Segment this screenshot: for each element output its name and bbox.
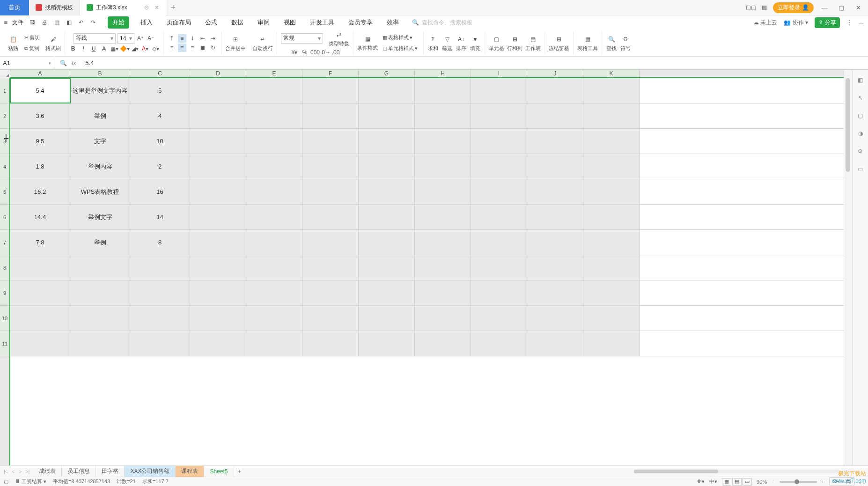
cell-F10[interactable] — [302, 306, 359, 331]
cell-D5[interactable] — [190, 179, 246, 204]
cell-K3[interactable] — [583, 129, 640, 154]
currency-icon[interactable]: ¥▾ — [290, 48, 299, 57]
cell-I3[interactable] — [471, 129, 527, 154]
cell-D4[interactable] — [190, 154, 246, 179]
qat-preview-icon[interactable]: ▤ — [52, 18, 61, 27]
cell-D3[interactable] — [190, 129, 246, 154]
view-page-icon[interactable]: ▤ — [732, 478, 742, 486]
column-header-C[interactable]: C — [130, 70, 190, 77]
menutab-start[interactable]: 开始 — [108, 16, 129, 29]
cell-I8[interactable] — [471, 255, 527, 280]
cell-I1[interactable] — [471, 78, 527, 103]
view-break-icon[interactable]: ▭ — [743, 478, 752, 486]
cell-H4[interactable] — [415, 154, 471, 179]
cell-C7[interactable]: 8 — [130, 230, 190, 255]
row-header-2[interactable]: 2 — [0, 103, 9, 129]
cell-C8[interactable] — [130, 255, 190, 280]
cell-C9[interactable] — [130, 280, 190, 305]
zoom-slider[interactable] — [780, 481, 817, 483]
cell-K6[interactable] — [583, 205, 640, 229]
cell-F7[interactable] — [302, 230, 359, 255]
cell-F11[interactable] — [302, 331, 359, 356]
column-header-J[interactable]: J — [527, 70, 583, 77]
sidepane-record-icon[interactable]: ▭ — [856, 164, 865, 174]
cell-C4[interactable]: 2 — [130, 154, 190, 179]
window-close[interactable]: ✕ — [852, 1, 864, 14]
decimal-dec-icon[interactable]: .00 — [331, 48, 340, 57]
cloud-status[interactable]: ☁ 未上云 — [753, 19, 777, 27]
freeze-icon[interactable]: ⊞ — [553, 34, 565, 45]
cell-C2[interactable]: 4 — [130, 103, 190, 128]
cell-A7[interactable]: 7.8 — [10, 230, 70, 255]
align-justify-icon[interactable]: ≣ — [199, 44, 207, 52]
status-mode-icon[interactable]: ▢ — [4, 479, 8, 485]
cell-B10[interactable] — [70, 306, 130, 331]
strikethrough-icon[interactable]: A̶ — [100, 44, 108, 53]
menutab-layout[interactable]: 页面布局 — [164, 16, 194, 29]
status-calc[interactable]: 🖩 工资结算 ▾ — [15, 478, 46, 485]
cell-J5[interactable] — [527, 179, 583, 204]
row-header-4[interactable]: 4 — [0, 154, 9, 179]
font-size-select[interactable]: 14▾ — [118, 33, 134, 44]
type-convert-icon[interactable]: ⇄ — [333, 29, 345, 40]
collapse-ribbon-icon[interactable]: ︿ — [859, 19, 864, 27]
status-eye-icon[interactable]: 👁▾ — [697, 479, 705, 485]
cell-H11[interactable] — [415, 331, 471, 356]
bold-icon[interactable]: B — [69, 44, 77, 53]
menutab-dev[interactable]: 开发工具 — [307, 16, 337, 29]
cell-G3[interactable] — [359, 129, 415, 154]
cell-A11[interactable] — [10, 331, 70, 356]
symbol-icon[interactable]: Ω — [620, 34, 631, 45]
align-left-icon[interactable]: ≡ — [168, 44, 176, 52]
cell-C11[interactable] — [130, 331, 190, 356]
cell-B5[interactable]: WPS表格教程 — [70, 179, 130, 204]
cut-button[interactable]: ✂ 剪切 — [22, 33, 42, 42]
table-style-button[interactable]: ▦ 表格样式 ▾ — [381, 33, 419, 42]
cell-J10[interactable] — [527, 306, 583, 331]
window-maximize[interactable]: ▢ — [835, 1, 847, 14]
row-header-1[interactable]: 1 — [0, 78, 9, 103]
hamburger-icon[interactable]: ≡ — [4, 19, 7, 26]
cell-J11[interactable] — [527, 331, 583, 356]
wrap-icon[interactable]: ↵ — [257, 34, 268, 45]
horizontal-scrollbar[interactable] — [634, 469, 868, 474]
italic-icon[interactable]: I — [79, 44, 88, 53]
tab-close-icon[interactable]: ✕ — [154, 4, 159, 11]
column-header-F[interactable]: F — [302, 70, 359, 77]
vscroll-thumb[interactable] — [846, 78, 850, 172]
window-minimize[interactable]: — — [818, 1, 831, 14]
tab-workbook[interactable]: 工作簿3.xlsx ⊙ ✕ — [80, 0, 166, 15]
command-search[interactable]: 🔍 查找命令、搜索模板 — [412, 19, 472, 27]
chevron-down-icon[interactable]: ▾ — [49, 61, 51, 66]
cell-K7[interactable] — [583, 230, 640, 255]
cell-B2[interactable]: 举例 — [70, 103, 130, 128]
align-right-icon[interactable]: ≡ — [188, 44, 197, 52]
sort-icon[interactable]: A↓ — [456, 34, 467, 45]
column-header-G[interactable]: G — [359, 70, 415, 77]
paste-icon[interactable]: 📋 — [7, 34, 19, 45]
zoom-out-icon[interactable]: − — [772, 479, 774, 485]
cell-C1[interactable]: 5 — [130, 78, 190, 103]
indent-decrease-icon[interactable]: ⇤ — [199, 34, 207, 43]
sheet-tab-0[interactable]: 成绩表 — [33, 466, 62, 477]
sheet-nav-last-icon[interactable]: >| — [25, 469, 29, 474]
cell-A5[interactable]: 16.2 — [10, 179, 70, 204]
cell-F9[interactable] — [302, 280, 359, 305]
cell-J9[interactable] — [527, 280, 583, 305]
sheet-tab-4[interactable]: 课程表 — [176, 466, 204, 477]
fullscreen-icon[interactable]: ⛶ — [859, 479, 864, 485]
row-header-9[interactable]: 9 — [0, 280, 9, 306]
cell-G7[interactable] — [359, 230, 415, 255]
cell-D9[interactable] — [190, 280, 246, 305]
cell-D6[interactable] — [190, 205, 246, 229]
hscroll-thumb[interactable] — [634, 470, 718, 473]
cell-E2[interactable] — [246, 103, 302, 128]
cell-B7[interactable]: 举例 — [70, 230, 130, 255]
menutab-view[interactable]: 视图 — [281, 16, 299, 29]
menutab-review[interactable]: 审阅 — [255, 16, 272, 29]
cell-J6[interactable] — [527, 205, 583, 229]
tab-home[interactable]: 首页 — [0, 0, 29, 15]
sidepane-style-icon[interactable]: ▢ — [856, 111, 865, 120]
cell-A10[interactable] — [10, 306, 70, 331]
fx-zoom-icon[interactable]: 🔍 — [60, 60, 67, 66]
